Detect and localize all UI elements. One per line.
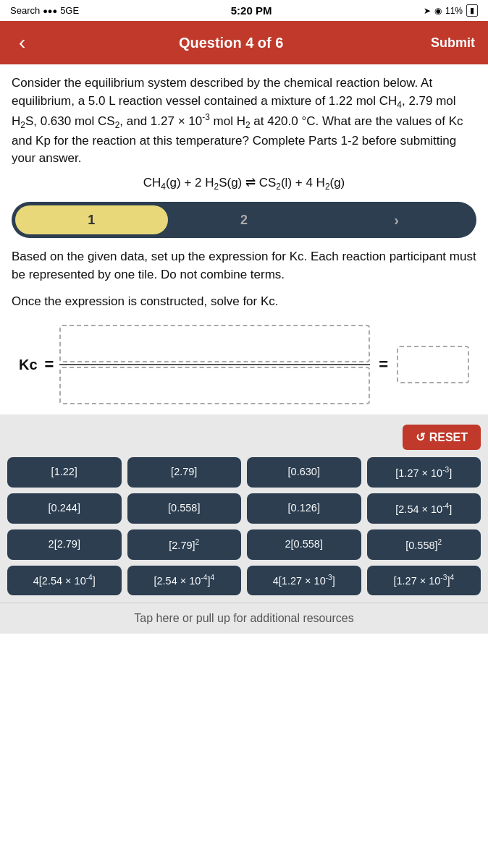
signal-icon: ●●●: [43, 7, 57, 15]
tile-0-558-sq-label: [0.558]2: [405, 540, 442, 551]
tile-2-2-79[interactable]: 2[2.79]: [7, 529, 122, 560]
kc-denominator-box[interactable]: [59, 367, 370, 404]
tile-2-79-label: [2.79]: [171, 466, 197, 477]
tile-1-22[interactable]: [1.22]: [7, 457, 122, 488]
tile-2-54e-4-label: [2.54 × 10-4]: [395, 503, 452, 515]
main-content: Consider the equilibrium system describe…: [0, 64, 488, 404]
question-counter: Question 4 of 6: [31, 35, 431, 51]
alarm-icon: ◉: [434, 6, 442, 16]
tab-2[interactable]: 2: [168, 205, 321, 234]
tile-2-79-sq[interactable]: [2.79]2: [127, 529, 242, 560]
tab-1[interactable]: 1: [15, 205, 168, 234]
tile-2-54e-4-4th-label: [2.54 × 10-4]4: [153, 575, 214, 587]
tile-0-126[interactable]: [0.126]: [247, 493, 361, 524]
tile-2-54e-4-4th[interactable]: [2.54 × 10-4]4: [127, 566, 242, 596]
tile-0-244[interactable]: [0.244]: [7, 493, 122, 524]
tile-2-0-558-label: 2[0.558]: [285, 538, 323, 550]
question-body: Consider the equilibrium system describe…: [12, 75, 476, 168]
tile-0-558[interactable]: [0.558]: [127, 493, 242, 524]
tile-4-2-54e-4-label: 4[2.54 × 10-4]: [33, 575, 96, 587]
tile-4-1-27e-3[interactable]: 4[1.27 × 10-3]: [247, 566, 361, 596]
battery-icon: ▮: [466, 4, 478, 17]
reaction-equation: CH4(g) + 2 H2S(g) ⇌ CS2(l) + 4 H2(g): [12, 175, 476, 192]
tab-2-label: 2: [240, 213, 248, 228]
location-icon: ➤: [424, 6, 431, 16]
tile-1-27e-3-label: [1.27 × 10-3]: [395, 467, 452, 479]
kc-numerator-box[interactable]: [59, 325, 370, 362]
tab-1-label: 1: [88, 213, 95, 228]
tile-0-630-label: [0.630]: [288, 466, 320, 477]
header-bar: ‹ Question 4 of 6 Submit: [0, 21, 488, 64]
reset-button[interactable]: ↺ RESET: [403, 425, 481, 450]
kc-equals-left: =: [45, 355, 54, 374]
tile-1-27e-3-4th[interactable]: [1.27 × 10-3]4: [367, 566, 481, 596]
tile-2-79[interactable]: [2.79]: [127, 457, 242, 488]
tile-1-27e-3-4th-label: [1.27 × 10-3]4: [393, 575, 454, 587]
back-button[interactable]: ‹: [13, 31, 31, 54]
tile-1-27e-3[interactable]: [1.27 × 10-3]: [367, 457, 481, 488]
kc-fraction-line: [59, 364, 370, 365]
tile-2-79-sq-label: [2.79]2: [169, 540, 199, 551]
tile-0-558-label: [0.558]: [168, 502, 200, 514]
submit-button[interactable]: Submit: [431, 35, 475, 51]
tile-area: ↺ RESET [1.22] [2.79] [0.630] [1.27 × 10…: [0, 414, 488, 603]
status-bar: Search ●●● 5GE 5:20 PM ➤ ◉ 11% ▮: [0, 0, 488, 21]
tile-4-1-27e-3-label: 4[1.27 × 10-3]: [273, 575, 335, 587]
tile-4-2-54e-4[interactable]: 4[2.54 × 10-4]: [7, 566, 122, 596]
tiles-grid: [1.22] [2.79] [0.630] [1.27 × 10-3] [0.2…: [7, 457, 481, 595]
tab-bar: 1 2 ›: [12, 202, 476, 238]
tile-2-0-558[interactable]: 2[0.558]: [247, 529, 361, 560]
bottom-bar-text: Tap here or pull up for additional resou…: [134, 612, 353, 624]
battery-text: 11%: [445, 6, 463, 16]
tile-1-22-label: [1.22]: [51, 466, 77, 477]
reset-row: ↺ RESET: [7, 425, 481, 450]
tab-next[interactable]: ›: [320, 205, 473, 234]
kc-fraction: [59, 325, 370, 404]
network-type: 5GE: [60, 5, 79, 16]
instruction-line2: Once the expression is constructed, solv…: [12, 293, 476, 311]
status-time: 5:20 PM: [231, 4, 272, 17]
tile-0-630[interactable]: [0.630]: [247, 457, 361, 488]
kc-equals-right: =: [379, 355, 388, 374]
status-right: ➤ ◉ 11% ▮: [424, 4, 478, 17]
reset-icon: ↺: [416, 430, 425, 444]
kc-label: Kc: [19, 357, 38, 373]
kc-result-box[interactable]: [397, 346, 469, 383]
instruction-line1: Based on the given data, set up the expr…: [12, 248, 476, 284]
tile-2-54e-4[interactable]: [2.54 × 10-4]: [367, 493, 481, 524]
tile-0-126-label: [0.126]: [288, 502, 320, 514]
tile-0-244-label: [0.244]: [49, 502, 80, 514]
reset-label: RESET: [429, 431, 468, 444]
tab-next-icon: ›: [394, 212, 399, 229]
tile-2-2-79-label: 2[2.79]: [49, 538, 80, 550]
tile-0-558-sq[interactable]: [0.558]2: [367, 529, 481, 560]
bottom-bar[interactable]: Tap here or pull up for additional resou…: [0, 603, 488, 634]
kc-expression-area: Kc = =: [12, 325, 476, 404]
search-text: Search: [10, 5, 40, 16]
status-left: Search ●●● 5GE: [10, 5, 79, 16]
